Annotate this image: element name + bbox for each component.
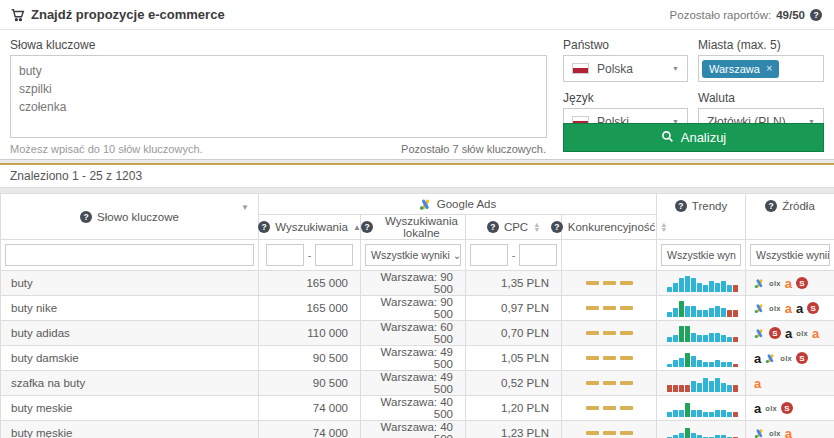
source-icons: Saolxa [746, 327, 834, 340]
competition-medium-indicator [562, 406, 656, 410]
trend-mini-chart [657, 425, 745, 438]
help-icon[interactable] [551, 221, 563, 233]
local-searches-cell: Warszawa: 90 500 [361, 271, 466, 296]
cpc-cell: 0,70 PLN [466, 321, 562, 346]
column-header-searches[interactable]: Wyszukiwania [259, 215, 361, 240]
keywords-remaining: Pozostało 7 słów kluczowych. [401, 143, 546, 155]
cpc-cell: 0,52 PLN [466, 371, 562, 396]
trend-cell [657, 421, 746, 438]
column-header-cpc[interactable]: CPC [466, 215, 562, 240]
olx-icon: olx [796, 329, 808, 338]
keyword-filter-input[interactable] [5, 244, 254, 266]
search-icon [661, 130, 674, 146]
amazon-icon: a [785, 327, 792, 340]
amazon-icon: a [754, 402, 761, 415]
column-header-sources[interactable]: Źródła [746, 194, 834, 240]
keyword-cell: buty [1, 271, 259, 296]
allegro-icon: a [785, 427, 792, 438]
searches-header-label: Wyszukiwania [275, 221, 348, 233]
googleads-icon [754, 428, 765, 438]
competition-medium-indicator [562, 306, 656, 310]
googleads-icon [754, 328, 765, 339]
searches-cell: 90 500 [259, 371, 361, 396]
keyword-cell: buty damskie [1, 346, 259, 371]
help-icon[interactable] [80, 211, 92, 223]
sort-asc-icon[interactable] [353, 223, 361, 232]
help-icon[interactable] [258, 221, 270, 233]
help-icon[interactable] [361, 221, 373, 233]
close-icon[interactable] [766, 63, 772, 74]
column-header-competition[interactable]: Konkurencyjność [562, 215, 657, 240]
help-icon[interactable] [810, 9, 822, 21]
cities-input[interactable]: Warszawa [698, 55, 824, 82]
competition-medium-indicator [562, 331, 656, 335]
analyze-button[interactable]: Analizuj [563, 123, 824, 152]
source-icons: olxaS [746, 277, 834, 290]
allegro-icon: a [785, 302, 792, 315]
chevron-down-icon [450, 250, 461, 261]
city-tag-label: Warszawa [709, 63, 760, 75]
keyword-cell: buty nike [1, 296, 259, 321]
amazon-icon: a [754, 352, 761, 365]
trend-cell [657, 396, 746, 421]
range-separator: - [512, 249, 516, 261]
trends-select[interactable]: Wszystkie wyn [661, 244, 741, 266]
sources-select[interactable]: Wszystkie wynii [750, 244, 830, 266]
local-searches-cell: Warszawa: 49 500 [361, 346, 466, 371]
competition-medium-indicator [562, 281, 656, 285]
column-header-trends[interactable]: Trendy [657, 194, 746, 240]
keywords-hint: Możesz wpisać do 10 słów kluczowych. [10, 143, 203, 155]
searches-cell: 165 000 [259, 296, 361, 321]
keywords-label: Słowa kluczowe [10, 38, 95, 52]
sources-cell: Saolxa [746, 321, 834, 346]
reports-left-value: 49/50 [776, 9, 805, 21]
searches-cell: 110 000 [259, 321, 361, 346]
country-label: Państwo [563, 38, 609, 52]
skapiec-icon: S [796, 352, 808, 364]
city-tag[interactable]: Warszawa [702, 60, 779, 78]
keywords-textarea[interactable]: buty szpilki czołenka [10, 55, 547, 138]
help-icon[interactable] [765, 200, 777, 212]
searches-min-input[interactable] [266, 244, 304, 266]
cpc-header-label: CPC [504, 221, 528, 233]
column-header-keyword[interactable]: Słowo kluczowe [1, 194, 259, 240]
olx-icon: olx [769, 279, 781, 288]
sources-cell: aolxS [746, 346, 834, 371]
cpc-cell: 0,97 PLN [466, 296, 562, 321]
competition-cell [562, 396, 657, 421]
range-separator: - [308, 249, 312, 261]
cpc-min-input[interactable] [470, 244, 508, 266]
competition-cell [562, 421, 657, 438]
google-ads-label: Google Ads [437, 198, 496, 210]
trend-mini-chart [657, 325, 745, 342]
cpc-max-input[interactable] [519, 244, 557, 266]
skapiec-icon: S [796, 277, 808, 289]
sources-cell: olxaaS [746, 296, 834, 321]
local-results-select-value: Wszystkie wyniki [371, 249, 450, 261]
column-header-local-searches[interactable]: Wyszukiwania lokalne [361, 215, 466, 240]
searches-max-input[interactable] [315, 244, 353, 266]
cpc-cell: 1,23 PLN [466, 421, 562, 438]
trends-filter-cell: Wszystkie wyn [657, 240, 746, 271]
cart-icon [10, 8, 25, 22]
help-icon[interactable] [487, 221, 499, 233]
table-row: buty męskie74 000Warszawa: 40 5001,23 PL… [1, 421, 834, 438]
help-icon[interactable] [675, 200, 687, 212]
trend-cell [657, 371, 746, 396]
source-icons: olxa [746, 427, 834, 438]
google-ads-icon [419, 198, 432, 211]
competition-medium-indicator [562, 381, 656, 385]
source-icons: a [746, 377, 834, 390]
trend-cell [657, 296, 746, 321]
country-select[interactable]: Polska [563, 55, 688, 82]
sort-icon[interactable] [533, 222, 540, 232]
sources-cell: olxaS [746, 271, 834, 296]
local-results-select[interactable]: Wszystkie wyniki [365, 244, 461, 266]
searches-cell: 74 000 [259, 396, 361, 421]
cpc-filter-cell: - [466, 240, 562, 271]
competition-cell [562, 321, 657, 346]
sources-cell: aolxS [746, 396, 834, 421]
sort-icon[interactable] [660, 222, 667, 232]
table-body: buty165 000Warszawa: 90 5001,35 PLNolxaS… [1, 271, 834, 438]
sort-icon[interactable] [241, 203, 249, 212]
